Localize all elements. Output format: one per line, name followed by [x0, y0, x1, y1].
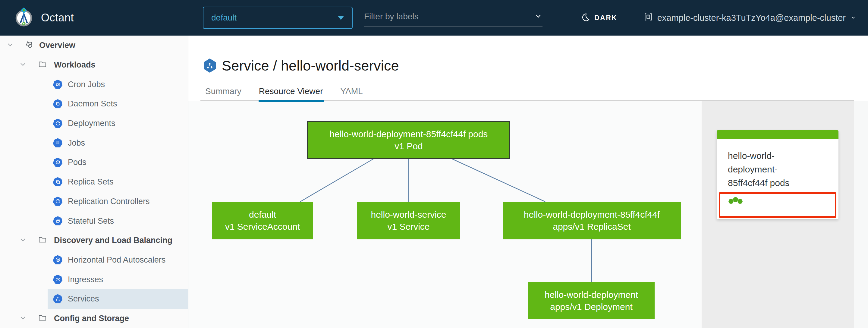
sidebar: OverviewWorkloadsCron JobsDaemon SetsDep… — [0, 36, 188, 328]
sidebar-item-deployments[interactable]: Deployments — [0, 114, 188, 133]
card-title: hello-world-deployment-85ff4cf44f pods — [728, 149, 830, 190]
moon-icon — [581, 13, 590, 23]
graph-pane: hello-world-deployment-85ff4cf44f podsv1… — [188, 101, 702, 328]
sidebar-item-replication-controllers[interactable]: Replication Controllers — [0, 192, 188, 211]
page-title: Service / hello-world-service — [222, 57, 399, 74]
chevron-down-icon[interactable] — [19, 314, 27, 323]
sidebar-item-stateful-sets[interactable]: Stateful Sets — [0, 211, 188, 231]
folder-icon — [38, 313, 47, 324]
graph-node-deployment[interactable]: hello-world-deploymentapps/v1 Deployment — [528, 282, 655, 319]
sidebar-item-label: Cron Jobs — [68, 80, 105, 89]
cronjobs-icon — [53, 80, 62, 89]
node-name: default — [249, 209, 276, 221]
brand: Octant — [14, 0, 74, 36]
dropdown-caret-icon — [338, 16, 344, 20]
applications-icon — [24, 40, 34, 51]
selected-node-card: hello-world-deployment-85ff4cf44f pods — [717, 130, 838, 219]
sidebar-item-horizontal-pod-autoscalers[interactable]: Horizontal Pod Autoscalers — [0, 250, 188, 270]
sidebar-nav: OverviewWorkloadsCron JobsDaemon SetsDep… — [0, 36, 188, 328]
sidebar-item-label: Ingresses — [68, 275, 103, 284]
node-kind: v1 Service — [387, 221, 430, 233]
deployments-icon — [53, 119, 62, 128]
pods-icon — [53, 158, 62, 167]
card-title-line: 85ff4cf44f pods — [728, 176, 830, 190]
graph-node-replicaset[interactable]: hello-world-deployment-85ff4cf44fapps/v1… — [503, 202, 681, 239]
chevron-down-icon — [534, 12, 542, 21]
cluster-context-label: example-cluster-ka3TuTzYo4a@example-clus… — [657, 13, 846, 23]
graph-node-serviceaccount[interactable]: defaultv1 ServiceAccount — [212, 202, 313, 239]
sidebar-item-services[interactable]: Services — [0, 289, 188, 309]
statefulsets-icon — [53, 216, 62, 226]
dark-mode-label: DARK — [594, 14, 617, 22]
sidebar-item-label: Config and Storage — [54, 314, 129, 323]
sidebar-item-jobs[interactable]: Jobs — [0, 133, 188, 153]
sidebar-item-label: Jobs — [68, 138, 85, 147]
pod-status-dot — [738, 199, 743, 204]
graph-node-service[interactable]: hello-world-servicev1 Service — [357, 202, 460, 239]
sidebar-item-label: Replica Sets — [68, 177, 114, 187]
sidebar-item-label: Stateful Sets — [68, 216, 114, 226]
tab-bar: SummaryResource ViewerYAML — [205, 86, 380, 102]
graph-node-pod[interactable]: hello-world-deployment-85ff4cf44f podsv1… — [307, 121, 510, 159]
hpa-icon — [53, 255, 62, 264]
app-header: Octant default Filter by labels DARK — [0, 0, 868, 36]
octant-logo — [14, 7, 34, 28]
cluster-context[interactable]: example-cluster-ka3TuTzYo4a@example-clus… — [644, 0, 857, 36]
card-title-line: deployment- — [728, 162, 830, 176]
label-filter-input[interactable]: Filter by labels — [364, 7, 542, 27]
node-name: hello-world-deployment-85ff4cf44f — [524, 209, 660, 221]
graph-edge-pod-serviceaccount — [300, 159, 373, 202]
service-hexagon-icon — [204, 58, 216, 73]
sidebar-item-overview[interactable]: Overview — [0, 36, 188, 55]
cluster-icon — [644, 12, 653, 24]
node-kind: apps/v1 ReplicaSet — [553, 221, 631, 233]
sidebar-item-label: Services — [68, 294, 99, 304]
sidebar-item-label: Horizontal Pod Autoscalers — [68, 255, 165, 264]
node-kind: v1 ServiceAccount — [225, 221, 300, 233]
graph-edge-pod-replicaset — [452, 159, 545, 202]
sidebar-item-label: Deployments — [68, 119, 116, 128]
sidebar-item-label: Discovery and Load Balancing — [54, 236, 173, 245]
chevron-down-icon[interactable] — [7, 41, 14, 50]
jobs-icon — [53, 138, 62, 147]
label-filter-placeholder: Filter by labels — [364, 12, 418, 21]
chevron-down-icon[interactable] — [19, 236, 27, 244]
sidebar-item-label: Overview — [39, 41, 75, 50]
sidebar-item-label: Workloads — [54, 60, 96, 70]
services-icon — [53, 294, 62, 304]
card-status-accent — [717, 130, 838, 139]
page-title-row: Service / hello-world-service — [204, 57, 399, 74]
app-title: Octant — [41, 11, 74, 24]
pod-status-dot — [728, 199, 734, 204]
card-title-line: hello-world- — [728, 149, 830, 162]
tab-yaml[interactable]: YAML — [341, 86, 363, 102]
detail-panel: hello-world-deployment-85ff4cf44f pods — [702, 101, 854, 328]
pod-status-dot — [733, 197, 738, 202]
daemonsets-icon — [53, 99, 62, 109]
node-kind: v1 Pod — [395, 140, 423, 152]
node-name: hello-world-deployment-85ff4cf44f pods — [330, 128, 488, 140]
sidebar-item-ingresses[interactable]: Ingresses — [0, 270, 188, 289]
sidebar-item-replica-sets[interactable]: Replica Sets — [0, 172, 188, 192]
replicationcontrollers-icon — [53, 197, 62, 206]
tab-resource-viewer[interactable]: Resource Viewer — [259, 86, 323, 102]
sidebar-item-pods[interactable]: Pods — [0, 153, 188, 172]
node-kind: apps/v1 Deployment — [550, 301, 632, 313]
content-scroll-gutter — [854, 101, 868, 328]
namespace-selector[interactable]: default — [203, 7, 352, 29]
sidebar-item-config-and-storage[interactable]: Config and Storage — [0, 309, 188, 328]
sidebar-item-daemon-sets[interactable]: Daemon Sets — [0, 94, 188, 114]
dark-mode-toggle[interactable]: DARK — [581, 0, 617, 36]
sidebar-item-workloads[interactable]: Workloads — [0, 55, 188, 75]
pod-status-highlight-box — [719, 192, 836, 218]
node-name: hello-world-deployment — [545, 289, 638, 301]
sidebar-item-discovery-and-load-balancing[interactable]: Discovery and Load Balancing — [0, 231, 188, 250]
namespace-value: default — [211, 13, 237, 23]
tab-summary[interactable]: Summary — [205, 86, 241, 102]
sidebar-item-cron-jobs[interactable]: Cron Jobs — [0, 74, 188, 94]
chevron-down-icon[interactable] — [19, 61, 27, 69]
ingresses-icon — [53, 275, 62, 284]
chevron-down-icon — [850, 13, 857, 23]
replicasets-icon — [53, 177, 62, 187]
octant-app: Octant default Filter by labels DARK — [0, 0, 868, 328]
